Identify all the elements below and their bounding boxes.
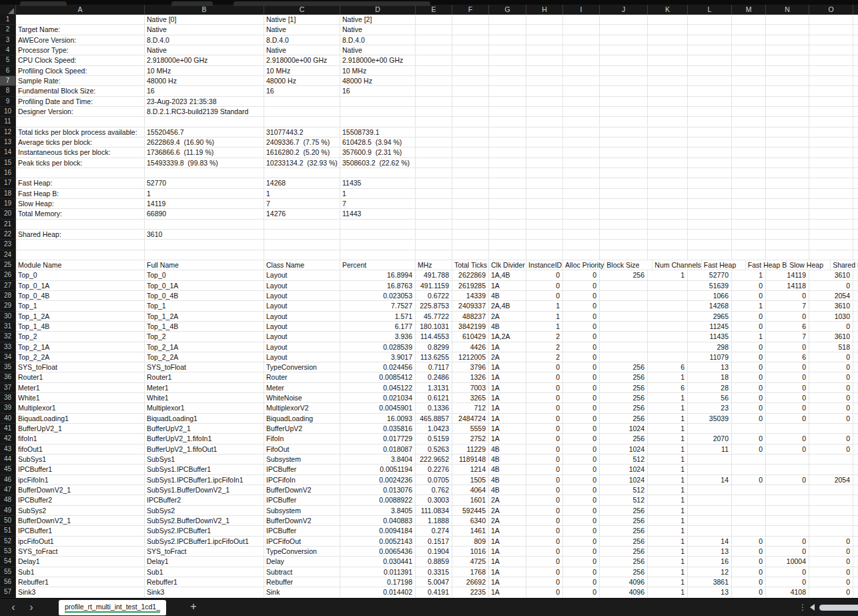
cell-M47[interactable]	[732, 485, 766, 495]
cell-F19[interactable]	[452, 199, 489, 209]
cell-J15[interactable]	[600, 158, 648, 168]
cell-L25[interactable]: Fast Heap	[702, 260, 746, 270]
cell-J38[interactable]: 256	[600, 393, 648, 403]
cell-I34[interactable]: 0	[563, 352, 600, 362]
cell-E19[interactable]	[416, 199, 452, 209]
cell-I41[interactable]: 0	[563, 424, 600, 434]
cell-A48[interactable]: IPCBuffer2	[16, 495, 145, 505]
cell-B24[interactable]	[145, 250, 264, 260]
cell-L55[interactable]: 12	[688, 567, 732, 577]
prev-sheet-button[interactable]: ‹	[7, 599, 20, 616]
cell-D54[interactable]: 0.030441	[340, 557, 416, 567]
cell-F25[interactable]: Total Ticks	[452, 260, 489, 270]
cell-B31[interactable]: Top_1_4B	[145, 322, 264, 332]
cell-F6[interactable]	[452, 66, 489, 76]
cell-F52[interactable]: 809	[452, 537, 489, 547]
cell-N24[interactable]	[766, 250, 809, 260]
cell-J46[interactable]: 1024	[600, 475, 648, 485]
cell-F15[interactable]	[452, 158, 489, 168]
cell-B20[interactable]: 66890	[145, 209, 264, 219]
cell-M37[interactable]: 0	[732, 383, 766, 393]
cell-E33[interactable]: 0.8299	[416, 342, 452, 352]
row-header-51[interactable]: 51	[0, 526, 16, 536]
cell-F10[interactable]	[452, 107, 489, 117]
cell-L43[interactable]: 11	[688, 444, 732, 454]
cell-H45[interactable]: 0	[526, 465, 563, 475]
cell-M48[interactable]	[732, 495, 766, 505]
row-header-3[interactable]: 3	[0, 35, 16, 45]
column-header-E[interactable]: E	[416, 5, 452, 15]
cell-O19[interactable]	[809, 199, 853, 209]
cell-F40[interactable]: 2484724	[452, 414, 489, 424]
cell-C31[interactable]: Layout	[264, 322, 340, 332]
cell-B25[interactable]: Full Name	[145, 260, 264, 270]
cell-H17[interactable]	[526, 178, 563, 188]
cell-D39[interactable]: 0.0045901	[340, 403, 416, 413]
cell-C21[interactable]	[264, 220, 340, 230]
row-header-37[interactable]: 37	[0, 383, 16, 393]
cell-C2[interactable]: Native	[264, 25, 340, 35]
cell-H3[interactable]	[526, 35, 563, 45]
cell-I43[interactable]: 0	[563, 444, 600, 454]
cell-O38[interactable]: 0	[809, 393, 853, 403]
cell-L14[interactable]	[688, 147, 732, 158]
cell-M1[interactable]	[732, 15, 766, 25]
cell-K31[interactable]	[648, 322, 688, 332]
cell-M36[interactable]: 0	[732, 372, 766, 382]
cell-N37[interactable]: 0	[766, 383, 809, 393]
cell-K57[interactable]: 1	[648, 587, 688, 597]
cell-B34[interactable]: Top_2_2A	[145, 352, 264, 362]
cell-H27[interactable]: 0	[526, 281, 563, 291]
cell-N51[interactable]	[766, 526, 809, 536]
cell-J31[interactable]	[600, 322, 648, 332]
cell-B44[interactable]: SubSys1	[145, 454, 264, 465]
cell-B19[interactable]: 14119	[145, 199, 264, 209]
cell-J47[interactable]: 512	[600, 485, 648, 495]
cell-M57[interactable]: 0	[732, 587, 766, 597]
cell-L52[interactable]: 14	[688, 537, 732, 547]
cell-D46[interactable]: 0.0024236	[340, 475, 416, 485]
cell-D16[interactable]	[340, 168, 416, 178]
cell-G27[interactable]: 1A	[489, 281, 526, 291]
cell-J48[interactable]: 512	[600, 495, 648, 505]
cell-M54[interactable]: 0	[732, 557, 766, 567]
cell-F26[interactable]: 2622869	[452, 270, 489, 280]
cell-B46[interactable]: SubSys1.IPCBuffer1.ipcFifoIn1	[145, 475, 264, 485]
cell-M10[interactable]	[732, 107, 766, 117]
cell-K18[interactable]	[648, 189, 688, 199]
cell-A12[interactable]: Total ticks per block process available:	[16, 127, 145, 137]
cell-I1[interactable]	[563, 15, 600, 25]
cell-D17[interactable]: 11435	[340, 178, 416, 188]
cell-E34[interactable]: 113.6255	[416, 352, 452, 362]
cell-C30[interactable]: Layout	[264, 312, 340, 322]
cell-G4[interactable]	[489, 45, 526, 55]
cell-K34[interactable]	[648, 352, 688, 362]
cell-F8[interactable]	[452, 86, 489, 96]
cell-D26[interactable]: 16.8994	[340, 270, 416, 280]
cell-N48[interactable]	[766, 495, 809, 505]
cell-I2[interactable]	[563, 25, 600, 35]
cell-F14[interactable]	[452, 147, 489, 158]
cell-E26[interactable]: 491.788	[416, 270, 452, 280]
column-header-M[interactable]: M	[732, 5, 766, 15]
cell-O18[interactable]	[809, 189, 853, 199]
cell-A41[interactable]: BufferUpV2_1	[16, 424, 145, 434]
cell-K13[interactable]	[648, 137, 688, 147]
cell-E14[interactable]	[416, 147, 452, 158]
cell-C57[interactable]: Sink	[264, 587, 340, 597]
add-sheet-button[interactable]: +	[187, 599, 200, 616]
cell-N32[interactable]: 7	[766, 332, 809, 342]
cell-H50[interactable]: 0	[526, 516, 563, 526]
cell-K21[interactable]	[648, 220, 688, 230]
cell-I38[interactable]: 0	[563, 393, 600, 403]
cell-I12[interactable]	[563, 127, 600, 137]
cell-H41[interactable]: 0	[526, 424, 563, 434]
cell-I30[interactable]: 0	[563, 312, 600, 322]
cell-I23[interactable]	[563, 240, 600, 250]
column-header-A[interactable]: A	[16, 5, 145, 15]
cell-J21[interactable]	[600, 220, 648, 230]
cell-H11[interactable]	[526, 117, 563, 127]
cell-H5[interactable]	[526, 55, 563, 65]
cell-O17[interactable]	[809, 178, 853, 188]
cell-I44[interactable]: 0	[563, 454, 600, 465]
